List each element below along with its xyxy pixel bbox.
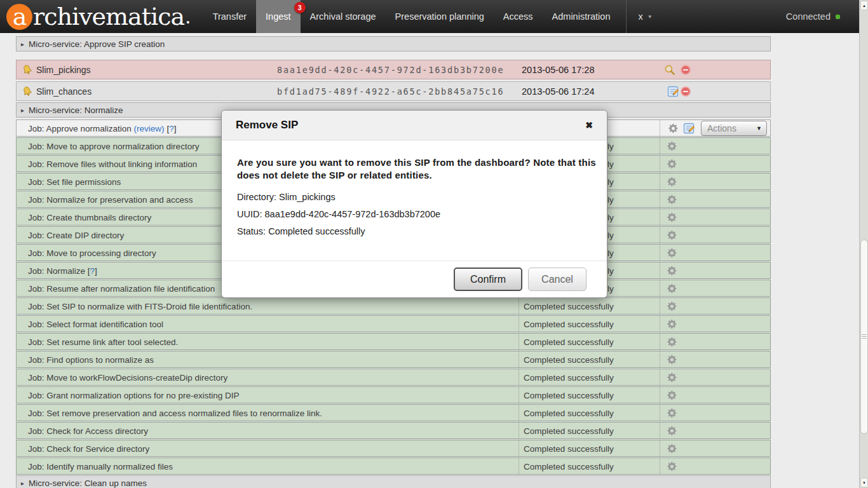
report-edit-icon[interactable] [682,122,695,135]
gear-icon[interactable] [667,301,677,311]
column-divider [660,173,660,189]
job-row[interactable]: Job: Set resume link after tool selected… [16,333,771,350]
job-label: Job: Set resume link after tool selected… [28,337,178,346]
column-divider [660,316,660,332]
column-divider [660,280,660,296]
gear-icon[interactable] [667,336,677,347]
gear-icon[interactable] [667,372,677,383]
dialog-message: Are you sure you want to remove this SIP… [237,156,597,182]
job-row[interactable]: Job: Set remove preservation and access … [16,404,771,421]
column-divider [519,458,519,474]
job-status: Completed successfully [524,461,614,471]
job-row[interactable]: Job: Identify manually normalized files … [16,458,771,475]
gear-icon[interactable] [667,318,677,329]
job-row[interactable]: Job: Check for Access directory Complete… [16,422,771,439]
sip-uuid: 8aa1e9dd-420c-4457-972d-163db3b7200e [277,65,504,75]
gear-icon[interactable] [667,229,677,240]
column-divider [519,298,519,314]
microservice-label: Micro-service: Normalize [29,105,123,115]
magnifier-icon[interactable] [663,64,676,76]
connected-dot-icon [836,15,840,19]
dialog-footer: Confirm Cancel [222,261,607,297]
nav-item-archival-storage[interactable]: Archival storage [301,0,386,33]
close-icon[interactable]: ✖ [585,120,593,130]
column-divider [660,120,660,136]
help-link[interactable]: ? [169,123,174,133]
gear-icon[interactable] [667,390,677,400]
remove-sip-dialog: Remove SIP ✖ Are you sure you want to re… [221,110,607,298]
gear-icon[interactable] [667,407,677,418]
job-label: Job: Select format identification tool [28,319,163,329]
column-divider [660,262,660,278]
nav-item-preservation-planning[interactable]: Preservation planning [386,0,494,33]
dialog-header: Remove SIP ✖ [222,111,607,140]
gear-icon[interactable] [667,443,677,454]
job-row[interactable]: Job: Find options to normalize as Comple… [16,351,771,368]
expand-arrow-icon: ▸ [21,41,24,48]
column-divider [660,138,660,154]
job-row[interactable]: Job: Grant normalization options for no … [16,386,771,403]
job-label: Job: Set remove preservation and access … [28,408,322,417]
nav-item-transfer[interactable]: Transfer [203,0,256,33]
connection-status-label: Connected [786,11,831,22]
gear-icon[interactable] [668,123,679,133]
actions-dropdown[interactable]: Actions ▼ [701,121,767,136]
gear-icon[interactable] [667,212,677,222]
column-divider [519,440,519,456]
uuid-line: UUID: 8aa1e9dd-420c-4457-972d-163db3b720… [237,206,592,223]
sip-row-slim-chances[interactable]: Slim_chances bfd1ad75-489f-4922-a65c-2bb… [16,81,771,101]
nav-item-administration[interactable]: Administration [543,0,620,33]
job-label: Job: Check for Access directory [28,426,148,435]
scroll-down-icon[interactable]: ▼ [860,478,868,487]
sip-uuid: bfd1ad75-489f-4922-a65c-2bb845a75c16 [277,86,504,97]
remove-icon[interactable] [680,86,691,97]
vertical-scrollbar[interactable]: ▲ ▼ [859,0,868,488]
gear-icon[interactable] [667,425,677,436]
gear-icon[interactable] [667,158,677,169]
navbar: archivematica. Transfer Ingest 3 Archiva… [0,0,859,33]
help-link[interactable]: ? [90,266,95,275]
job-row[interactable]: Job: Set SIP to normalize with FITS-Droi… [16,297,771,315]
cancel-button[interactable]: Cancel [528,268,587,291]
sip-row-slim-pickings[interactable]: Slim_pickings 8aa1e9dd-420c-4457-972d-16… [16,60,771,79]
column-divider [660,387,660,403]
gear-icon[interactable] [667,265,677,276]
gear-icon[interactable] [667,283,677,294]
directory-line: Directory: Slim_pickings [237,189,592,206]
archivematica-logo[interactable]: archivematica. [6,0,191,33]
microservice-row-clean-up-names[interactable]: ▸ Micro-service: Clean up names [16,475,771,488]
dialog-body: Are you sure you want to remove this SIP… [222,140,607,240]
job-status: Completed successfully [524,301,614,311]
gear-icon[interactable] [667,176,677,187]
microservice-row-approve-sip-creation[interactable]: ▸ Micro-service: Approve SIP creation [16,36,771,51]
job-label: Job: Grant normalization options for no … [28,390,239,400]
gear-icon[interactable] [667,461,677,471]
chevron-down-icon: ▼ [648,14,653,20]
gear-icon[interactable] [667,140,677,151]
job-label: Job: Normalize [?] [28,266,97,275]
job-row[interactable]: Job: Move to workFlowDecisions-createDip… [16,369,771,386]
review-link[interactable]: (review) [134,123,165,133]
expand-arrow-icon: ▸ [21,107,24,114]
gear-icon[interactable] [667,194,677,205]
confirm-button[interactable]: Confirm [454,268,522,291]
job-row[interactable]: Job: Select format identification tool C… [16,315,771,332]
expand-arrow-icon: ▸ [21,480,24,487]
column-divider [660,334,660,349]
column-divider [519,387,519,403]
job-row[interactable]: Job: Check for Service directory Complet… [16,440,771,457]
microservice-label: Micro-service: Approve SIP creation [29,39,165,49]
gear-icon[interactable] [667,247,677,258]
remove-icon[interactable] [680,64,691,76]
scrollbar-thumb[interactable] [860,240,868,434]
column-divider [660,369,660,385]
nav-item-access[interactable]: Access [494,0,543,33]
status-line: Status: Completed successfully [237,223,592,240]
job-status: Completed successfully [524,426,614,435]
nav-item-ingest[interactable]: Ingest 3 [256,0,301,33]
scroll-up-icon[interactable]: ▲ [860,1,868,10]
report-edit-icon[interactable] [667,85,679,98]
user-menu[interactable]: x ▼ [626,0,663,33]
gear-icon[interactable] [667,354,677,365]
job-label: Job: Approve normalization (review) [?] [28,123,176,133]
